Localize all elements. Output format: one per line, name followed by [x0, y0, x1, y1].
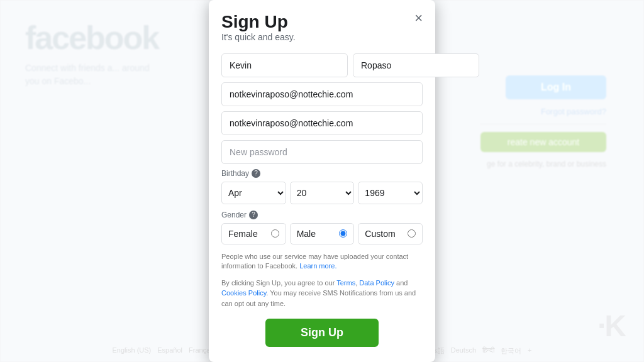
birthday-label: Birthday ?	[221, 169, 423, 178]
gender-male-label: Male	[297, 229, 316, 239]
name-row	[221, 53, 423, 77]
birthday-text: Birthday	[221, 169, 249, 178]
email-row	[221, 82, 423, 106]
gender-male-radio[interactable]	[339, 229, 347, 238]
year-select[interactable]: 1969 197019711972 197319741975 197619771…	[358, 182, 423, 204]
signup-modal: Sign Up It's quick and easy. × Birthday …	[209, 0, 435, 362]
day-select[interactable]: 1234 5678 9101112 13141516 17181920 2122…	[290, 182, 355, 204]
modal-subtitle: It's quick and easy.	[221, 32, 296, 42]
terms-text: By clicking Sign Up, you agree to our Te…	[221, 278, 423, 309]
gender-help-icon[interactable]: ?	[249, 211, 258, 219]
terms-link[interactable]: Terms	[336, 279, 355, 287]
gender-male-option[interactable]: Male	[290, 223, 355, 244]
data-policy-link[interactable]: Data Policy	[359, 279, 394, 287]
gender-female-radio[interactable]	[271, 229, 279, 238]
modal-title-group: Sign Up It's quick and easy.	[221, 13, 296, 51]
gender-custom-option[interactable]: Custom	[358, 223, 423, 244]
gender-label: Gender ?	[221, 211, 423, 219]
cookies-policy-link[interactable]: Cookies Policy	[221, 289, 266, 297]
learn-more-link[interactable]: Learn more.	[299, 262, 336, 270]
gender-custom-radio[interactable]	[408, 229, 416, 238]
birthday-help-icon[interactable]: ?	[252, 169, 260, 178]
contact-info-text: People who use our service may have uplo…	[221, 252, 423, 272]
gender-options-row: Female Male Custom	[221, 223, 423, 244]
birthday-selects: Apr JanFebMar MayJunJul AugSepOct NovDec…	[221, 182, 423, 204]
close-button[interactable]: ×	[414, 11, 423, 25]
gender-custom-label: Custom	[365, 229, 395, 239]
first-name-input[interactable]	[221, 53, 348, 77]
modal-header: Sign Up It's quick and easy. ×	[221, 13, 423, 51]
signup-button[interactable]: Sign Up	[265, 319, 379, 347]
password-row	[221, 140, 423, 164]
modal-overlay: Sign Up It's quick and easy. × Birthday …	[0, 0, 644, 362]
confirm-email-row	[221, 111, 423, 135]
month-select[interactable]: Apr JanFebMar MayJunJul AugSepOct NovDec	[221, 182, 286, 204]
last-name-input[interactable]	[353, 53, 479, 77]
modal-title: Sign Up	[221, 13, 296, 32]
password-input[interactable]	[221, 140, 423, 164]
confirm-email-input[interactable]	[221, 111, 423, 135]
gender-female-option[interactable]: Female	[221, 223, 286, 244]
gender-female-label: Female	[228, 229, 258, 239]
email-input[interactable]	[221, 82, 423, 106]
gender-text: Gender	[221, 211, 247, 219]
